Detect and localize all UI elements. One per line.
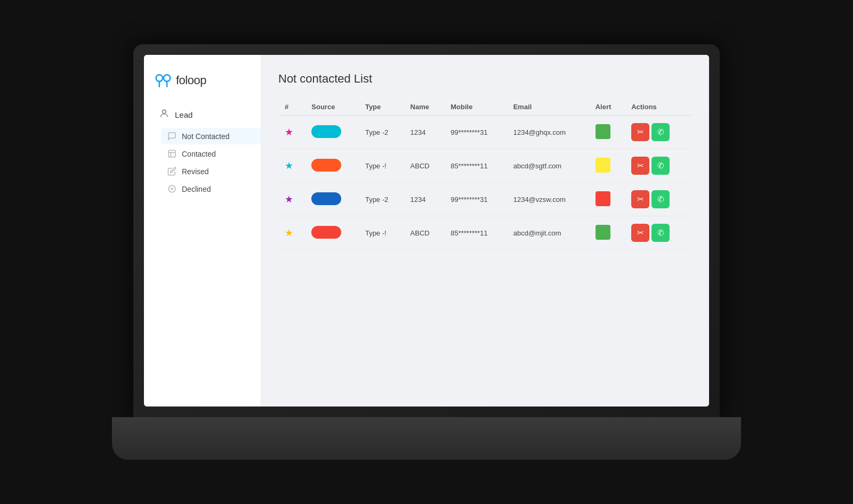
alert-box[interactable]	[596, 124, 610, 139]
row-email-cell: abcd@mjit.com	[507, 216, 589, 250]
row-actions-cell: ✂✆	[625, 116, 692, 149]
row-email-cell: 1234@vzsw.com	[507, 183, 589, 216]
sidebar-item-contacted[interactable]: Contacted	[161, 145, 261, 162]
cut-action-button[interactable]: ✂	[631, 157, 649, 175]
phone-action-button[interactable]: ✆	[651, 123, 670, 141]
not-contacted-icon	[167, 132, 176, 141]
main-content: Not contacted List # Source Type Name Mo…	[261, 55, 709, 407]
star-icon[interactable]: ★	[285, 227, 293, 238]
nav-parent-label: Lead	[175, 110, 192, 119]
col-actions: Actions	[625, 99, 692, 116]
row-mobile-cell: 85********11	[444, 149, 506, 183]
cut-action-button[interactable]: ✂	[631, 224, 649, 242]
not-contacted-label: Not Contacted	[182, 132, 230, 141]
logo-area: foloop	[144, 68, 261, 104]
row-email-cell: abcd@sgtf.com	[507, 149, 589, 183]
source-pill	[311, 159, 341, 172]
row-source-cell	[305, 216, 359, 250]
col-source: Source	[305, 99, 359, 116]
table-row: ★Type -2123499********311234@ghqx.com✂✆	[278, 116, 692, 149]
col-hash: #	[278, 99, 305, 116]
sidebar: foloop Lead	[144, 55, 261, 407]
revised-label: Revised	[182, 167, 209, 176]
alert-box[interactable]	[596, 158, 610, 173]
row-source-cell	[305, 183, 359, 216]
svg-point-1	[164, 75, 170, 81]
cut-action-button[interactable]: ✂	[631, 190, 649, 208]
col-type: Type	[359, 99, 404, 116]
table-header-row: # Source Type Name Mobile Email Alert Ac…	[278, 99, 692, 116]
row-alert-cell	[589, 183, 625, 216]
source-pill	[311, 192, 341, 205]
alert-box[interactable]	[596, 191, 610, 206]
row-source-cell	[305, 149, 359, 183]
row-alert-cell	[589, 116, 625, 149]
logo-icon	[155, 73, 172, 88]
declined-label: Declined	[182, 185, 211, 193]
phone-action-button[interactable]: ✆	[651, 157, 670, 175]
table-row: ★Type -2123499********311234@vzsw.com✂✆	[278, 183, 692, 216]
cut-action-button[interactable]: ✂	[631, 123, 649, 141]
page-title: Not contacted List	[278, 72, 692, 86]
revised-icon	[167, 167, 176, 176]
row-source-cell	[305, 116, 359, 149]
source-pill	[311, 125, 341, 138]
row-name-cell: ABCD	[404, 149, 445, 183]
row-type-cell: Type -2	[359, 116, 404, 149]
row-alert-cell	[589, 149, 625, 183]
row-mobile-cell: 85********11	[444, 216, 506, 250]
source-pill	[311, 226, 341, 239]
star-icon[interactable]: ★	[285, 194, 293, 205]
svg-point-5	[163, 110, 166, 113]
contacted-label: Contacted	[182, 150, 216, 158]
alert-box[interactable]	[596, 225, 610, 240]
nav-children: Not Contacted Contacted	[152, 128, 261, 197]
lead-icon	[159, 108, 170, 121]
col-name: Name	[404, 99, 445, 116]
declined-icon	[167, 184, 176, 193]
nav-section: Lead Not Contacted	[144, 104, 261, 198]
nav-parent-lead[interactable]: Lead	[152, 104, 261, 126]
sidebar-item-revised[interactable]: Revised	[161, 163, 261, 180]
row-actions-cell: ✂✆	[625, 216, 692, 250]
phone-action-button[interactable]: ✆	[651, 224, 670, 242]
row-mobile-cell: 99********31	[444, 116, 506, 149]
row-star-cell: ★	[278, 116, 305, 149]
row-mobile-cell: 99********31	[444, 183, 506, 216]
row-type-cell: Type -2	[359, 183, 404, 216]
row-star-cell: ★	[278, 149, 305, 183]
star-icon[interactable]: ★	[285, 160, 293, 171]
phone-action-button[interactable]: ✆	[651, 190, 670, 208]
col-mobile: Mobile	[444, 99, 506, 116]
data-table: # Source Type Name Mobile Email Alert Ac…	[278, 99, 692, 250]
sidebar-item-not-contacted[interactable]: Not Contacted	[161, 128, 261, 144]
row-email-cell: 1234@ghqx.com	[507, 116, 589, 149]
row-actions-cell: ✂✆	[625, 183, 692, 216]
svg-rect-6	[168, 150, 175, 157]
table-row: ★Type -!ABCD85********11abcd@mjit.com✂✆	[278, 216, 692, 250]
row-name-cell: ABCD	[404, 216, 445, 250]
row-type-cell: Type -!	[359, 149, 404, 183]
svg-point-0	[156, 75, 163, 81]
row-name-cell: 1234	[404, 116, 445, 149]
logo-text: foloop	[176, 74, 206, 87]
contacted-icon	[167, 149, 176, 158]
col-alert: Alert	[589, 99, 625, 116]
row-name-cell: 1234	[404, 183, 445, 216]
row-actions-cell: ✂✆	[625, 149, 692, 183]
row-star-cell: ★	[278, 216, 305, 250]
star-icon[interactable]: ★	[285, 127, 293, 137]
row-alert-cell	[589, 216, 625, 250]
row-star-cell: ★	[278, 183, 305, 216]
sidebar-item-declined[interactable]: Declined	[161, 181, 261, 197]
col-email: Email	[507, 99, 589, 116]
table-row: ★Type -!ABCD85********11abcd@sgtf.com✂✆	[278, 149, 692, 183]
row-type-cell: Type -!	[359, 216, 404, 250]
